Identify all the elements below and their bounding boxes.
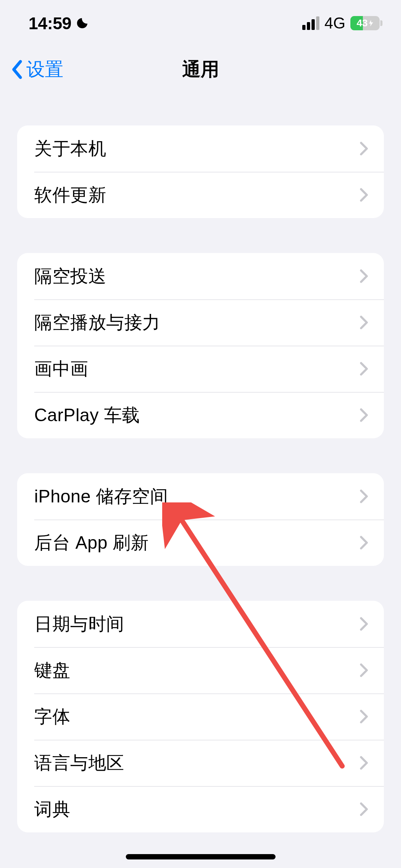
chevron-right-icon bbox=[360, 408, 368, 422]
row-label: iPhone 储存空间 bbox=[34, 485, 168, 508]
row-date-time[interactable]: 日期与时间 bbox=[17, 601, 384, 647]
chevron-right-icon bbox=[360, 188, 368, 202]
row-background-app-refresh[interactable]: 后台 App 刷新 bbox=[17, 520, 384, 566]
row-label: 关于本机 bbox=[34, 137, 106, 161]
chevron-right-icon bbox=[360, 756, 368, 770]
chevron-right-icon bbox=[360, 709, 368, 724]
back-button[interactable]: 设置 bbox=[11, 57, 63, 82]
chevron-right-icon bbox=[360, 489, 368, 503]
row-fonts[interactable]: 字体 bbox=[17, 693, 384, 740]
content: 关于本机 软件更新 隔空投送 隔空播放与接力 画中画 CarPlay 车载 iP… bbox=[0, 125, 401, 832]
settings-group: 关于本机 软件更新 bbox=[17, 125, 384, 218]
row-about[interactable]: 关于本机 bbox=[17, 125, 384, 172]
chevron-right-icon bbox=[360, 362, 368, 376]
row-label: 日期与时间 bbox=[34, 612, 124, 636]
row-picture-in-picture[interactable]: 画中画 bbox=[17, 346, 384, 392]
chevron-right-icon bbox=[360, 536, 368, 550]
status-time: 14:59 bbox=[29, 14, 71, 33]
chevron-right-icon bbox=[360, 663, 368, 677]
chevron-right-icon bbox=[360, 802, 368, 816]
row-label: 键盘 bbox=[34, 658, 70, 682]
row-label: CarPlay 车载 bbox=[34, 403, 140, 427]
back-label: 设置 bbox=[26, 57, 63, 82]
row-label: 后台 App 刷新 bbox=[34, 531, 149, 555]
settings-group: 日期与时间 键盘 字体 语言与地区 词典 bbox=[17, 601, 384, 832]
page-title: 通用 bbox=[182, 57, 219, 82]
row-language-region[interactable]: 语言与地区 bbox=[17, 740, 384, 786]
chevron-right-icon bbox=[360, 617, 368, 631]
status-bar: 14:59 4G 43 bbox=[0, 0, 401, 46]
row-dictionary[interactable]: 词典 bbox=[17, 786, 384, 832]
battery-icon: 43 bbox=[350, 16, 380, 30]
row-keyboard[interactable]: 键盘 bbox=[17, 647, 384, 693]
navigation-bar: 设置 通用 bbox=[0, 46, 401, 93]
row-label: 词典 bbox=[34, 797, 70, 821]
row-airdrop[interactable]: 隔空投送 bbox=[17, 253, 384, 299]
row-iphone-storage[interactable]: iPhone 储存空间 bbox=[17, 473, 384, 520]
row-label: 语言与地区 bbox=[34, 751, 124, 775]
row-label: 画中画 bbox=[34, 357, 88, 381]
home-indicator[interactable] bbox=[126, 854, 276, 859]
settings-group: 隔空投送 隔空播放与接力 画中画 CarPlay 车载 bbox=[17, 253, 384, 438]
cellular-signal-icon bbox=[302, 16, 319, 30]
row-carplay[interactable]: CarPlay 车载 bbox=[17, 392, 384, 438]
row-software-update[interactable]: 软件更新 bbox=[17, 172, 384, 218]
chevron-right-icon bbox=[360, 141, 368, 156]
row-label: 隔空投送 bbox=[34, 264, 106, 288]
do-not-disturb-icon bbox=[76, 16, 89, 30]
row-airplay-handoff[interactable]: 隔空播放与接力 bbox=[17, 299, 384, 346]
row-label: 字体 bbox=[34, 705, 70, 729]
row-label: 软件更新 bbox=[34, 183, 106, 207]
battery-level: 43 bbox=[356, 17, 367, 29]
chevron-left-icon bbox=[11, 60, 24, 79]
chevron-right-icon bbox=[360, 315, 368, 330]
status-right: 4G 43 bbox=[302, 14, 380, 32]
settings-group: iPhone 储存空间 后台 App 刷新 bbox=[17, 473, 384, 566]
row-label: 隔空播放与接力 bbox=[34, 311, 160, 335]
chevron-right-icon bbox=[360, 269, 368, 283]
status-left: 14:59 bbox=[29, 14, 89, 33]
network-label: 4G bbox=[324, 14, 345, 32]
